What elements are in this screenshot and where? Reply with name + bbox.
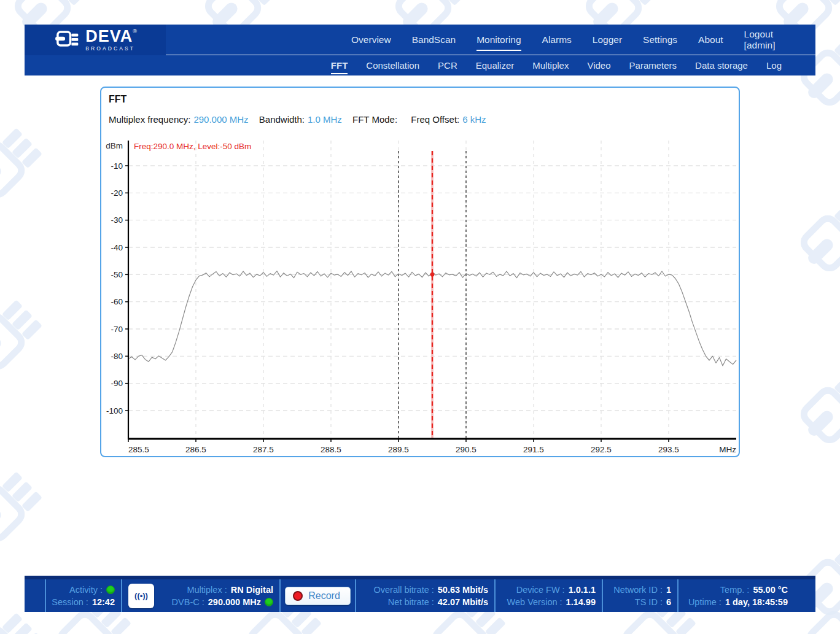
overall-bitrate-value: 50.63 Mbit/s — [438, 584, 488, 596]
brand-name: DEVA — [85, 28, 133, 45]
nav-item-about[interactable]: About — [688, 25, 734, 55]
subnav-item-log[interactable]: Log — [757, 55, 791, 75]
fft-chart[interactable]: -10-20-30-40-50-60-70-80-90-100285.5286.… — [101, 134, 741, 458]
multiplex-label: Multiplex : — [187, 584, 227, 596]
bitrate-section: Overall bitrate :50.63 Mbit/s Net bitrat… — [355, 579, 494, 612]
svg-text:-50: -50 — [111, 270, 123, 279]
subnav-item-video[interactable]: Video — [578, 55, 620, 75]
brand-subtitle: BROADCAST — [85, 46, 137, 52]
svg-text:292.5: 292.5 — [591, 445, 612, 454]
device-fw-value: 1.0.1.1 — [569, 584, 596, 596]
svg-text:293.5: 293.5 — [658, 445, 679, 454]
record-section: Record — [279, 579, 355, 612]
cursor-readout: Freq:290.0 MHz, Level:-50 dBm — [134, 142, 251, 151]
multiplex-info-line: Multiplex frequency:290.000 MHz Bandwidt… — [109, 114, 739, 125]
lock-led — [265, 598, 273, 606]
panel-title: FFT — [109, 94, 739, 105]
record-button[interactable]: Record — [285, 587, 351, 605]
subnav-item-data-storage[interactable]: Data storage — [686, 55, 757, 75]
nav-item-logger[interactable]: Logger — [582, 25, 632, 55]
uptime-label: Uptime : — [688, 596, 721, 608]
svg-text:289.5: 289.5 — [388, 445, 409, 454]
fft-mode-label: FFT Mode: — [352, 114, 397, 125]
fft-panel: FFT Multiplex frequency:290.000 MHz Band… — [100, 87, 740, 457]
temp-uptime-section: Temp. :55.00 °C Uptime :1 day, 18:45:59 — [677, 579, 794, 612]
monitoring-subnav: FFT Constellation PCR Equalizer Multiple… — [25, 55, 815, 75]
svg-text:-60: -60 — [111, 297, 123, 306]
svg-text:dBm: dBm — [106, 141, 123, 150]
subnav-item-fft[interactable]: FFT — [322, 55, 357, 75]
nav-item-settings[interactable]: Settings — [632, 25, 688, 55]
nav-item-bandscan[interactable]: BandScan — [402, 25, 467, 55]
overall-bitrate-label: Overall bitrate : — [373, 584, 434, 596]
svg-text:287.5: 287.5 — [253, 445, 274, 454]
fft-chart-svg: -10-20-30-40-50-60-70-80-90-100285.5286.… — [101, 134, 741, 458]
subnav-item-parameters[interactable]: Parameters — [620, 55, 686, 75]
status-spacer-right — [794, 579, 815, 612]
multiplex-section: ((•)) Multiplex :RN Digital DVB-C :290.0… — [121, 579, 279, 612]
subnav-item-equalizer[interactable]: Equalizer — [467, 55, 524, 75]
freq-offset-value: 6 kHz — [462, 114, 486, 125]
device-fw-label: Device FW : — [516, 584, 565, 596]
subnav-item-constellation[interactable]: Constellation — [357, 55, 429, 75]
svg-text:-40: -40 — [111, 243, 123, 252]
antenna-icon: ((•)) — [128, 584, 154, 608]
activity-label: Activity : — [69, 584, 103, 596]
svg-text:-70: -70 — [111, 325, 123, 334]
network-id-label: Network ID : — [613, 584, 663, 596]
svg-text:-80: -80 — [111, 352, 123, 361]
net-bitrate-value: 42.07 Mbit/s — [438, 596, 488, 608]
svg-text:-30: -30 — [111, 215, 123, 225]
dvbc-value: 290.000 MHz — [208, 596, 261, 608]
network-id-section: Network ID :1 TS ID :6 — [602, 579, 677, 612]
subnav-item-multiplex[interactable]: Multiplex — [523, 55, 578, 75]
nav-item-monitoring[interactable]: Monitoring — [466, 25, 531, 55]
firmware-section: Device FW :1.0.1.1 Web Version :1.14.99 — [494, 579, 602, 612]
header: DEVA ® BROADCAST Overview BandScan Monit… — [25, 25, 815, 75]
web-version-label: Web Version : — [507, 596, 562, 608]
deva-logo: DEVA ® BROADCAST — [25, 25, 165, 55]
nav-item-logout[interactable]: Logout [admin] — [734, 25, 815, 55]
subnav-item-pcr[interactable]: PCR — [429, 55, 467, 75]
svg-text:288.5: 288.5 — [321, 445, 341, 454]
uptime-value: 1 day, 18:45:59 — [725, 596, 788, 608]
multiplex-frequency-label: Multiplex frequency: — [109, 114, 190, 125]
session-label: Session : — [52, 596, 88, 608]
svg-text:MHz: MHz — [719, 445, 736, 454]
cursor-dot — [430, 273, 435, 277]
multiplex-frequency-value: 290.000 MHz — [193, 114, 248, 125]
activity-led — [106, 586, 115, 594]
bandwidth-label: Bandwidth: — [259, 114, 305, 125]
multiplex-value: RN Digital — [231, 584, 273, 596]
top-navigation-bar: DEVA ® BROADCAST Overview BandScan Monit… — [25, 25, 815, 55]
freq-offset-label: Freq Offset: — [411, 114, 459, 125]
deva-logo-icon — [53, 28, 81, 52]
web-version-value: 1.14.99 — [566, 596, 596, 608]
svg-text:-20: -20 — [111, 188, 123, 198]
net-bitrate-label: Net bitrate : — [388, 596, 434, 608]
nav-item-overview[interactable]: Overview — [341, 25, 402, 55]
session-value: 12:42 — [92, 596, 115, 608]
status-spacer-left — [25, 579, 45, 612]
temp-value: 55.00 °C — [753, 584, 788, 596]
svg-text:291.5: 291.5 — [523, 445, 544, 454]
svg-text:290.5: 290.5 — [456, 445, 476, 454]
svg-text:285.5: 285.5 — [128, 445, 149, 454]
record-icon — [293, 591, 303, 601]
bandwidth-value: 1.0 MHz — [308, 114, 342, 125]
svg-text:286.5: 286.5 — [185, 445, 206, 454]
svg-text:-100: -100 — [106, 406, 123, 416]
dvbc-label: DVB-C : — [172, 596, 204, 608]
registered-mark: ® — [133, 29, 137, 34]
network-id-value: 1 — [666, 584, 671, 596]
temp-label: Temp. : — [720, 584, 750, 596]
svg-text:-10: -10 — [111, 161, 123, 171]
svg-text:-90: -90 — [111, 379, 123, 388]
status-bar: Activity : Session :12:42 ((•)) Multiple… — [25, 576, 815, 612]
activity-section: Activity : Session :12:42 — [45, 579, 121, 612]
nav-item-alarms[interactable]: Alarms — [532, 25, 582, 55]
main-nav: Overview BandScan Monitoring Alarms Logg… — [341, 25, 815, 55]
ts-id-label: TS ID : — [635, 596, 663, 608]
ts-id-value: 6 — [666, 596, 671, 608]
